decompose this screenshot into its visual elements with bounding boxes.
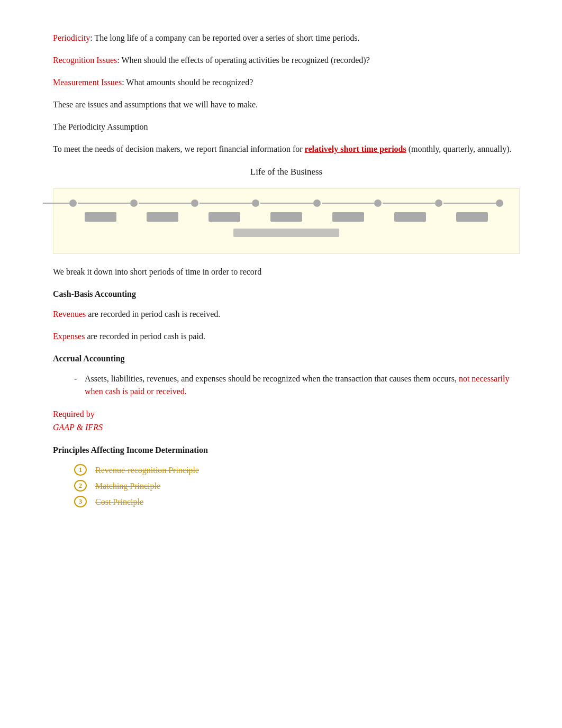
decision-makers-paragraph: To meet the needs of decision makers, we… xyxy=(53,143,520,156)
principle-label-2: Matching Principle xyxy=(95,480,160,493)
revenues-label: Revenues xyxy=(53,310,86,319)
principle-number-2: 2 xyxy=(74,480,87,492)
periodicity-label: Periodicity xyxy=(53,33,90,42)
timeline-bar-4 xyxy=(270,212,302,222)
expenses-paragraph: Expenses are recorded in period cash is … xyxy=(53,330,520,343)
bullet-normal-text: Assets, liabilities, revenues, and expen… xyxy=(85,374,459,383)
timeline-dot-8 xyxy=(496,199,503,207)
timeline-bar-2 xyxy=(147,212,178,222)
principle-item-3: 3Cost Principle xyxy=(74,496,520,508)
recognition-text: : When should the effects of operating a… xyxy=(117,56,369,65)
measurement-paragraph: Measurement Issues: What amounts should … xyxy=(53,76,520,89)
accrual-bullet-list: Assets, liabilities, revenues, and expen… xyxy=(53,372,520,398)
principle-label-3: Cost Principle xyxy=(95,496,143,508)
timeline-bars-row xyxy=(69,212,503,222)
timeline-bar-3 xyxy=(209,212,240,222)
timeline-dot-7 xyxy=(435,199,442,207)
recognition-label: Recognition Issues xyxy=(53,56,117,65)
periodicity-assumption: The Periodicity Assumption xyxy=(53,121,520,133)
principle-item-1: 1Revenue-recognition Principle xyxy=(74,464,520,477)
principle-item-2: 2Matching Principle xyxy=(74,480,520,493)
timeline-dot-6 xyxy=(374,199,382,207)
accrual-bullet-item: Assets, liabilities, revenues, and expen… xyxy=(74,372,520,398)
expenses-label: Expenses xyxy=(53,332,85,341)
timeline-dot-2 xyxy=(130,199,138,207)
principles-list: 1Revenue-recognition Principle2Matching … xyxy=(53,464,520,508)
timeline-diagram xyxy=(53,188,520,254)
required-line2: GAAP & IFRS xyxy=(53,423,103,432)
timeline-bar-6 xyxy=(394,212,426,222)
bold-phrase: relatively short time periods xyxy=(305,144,406,153)
cash-basis-heading: Cash-Basis Accounting xyxy=(53,288,520,301)
principle-label-1: Revenue-recognition Principle xyxy=(95,464,199,477)
recognition-paragraph: Recognition Issues: When should the effe… xyxy=(53,54,520,67)
timeline-bar-5 xyxy=(332,212,364,222)
decision-makers-intro: To meet the needs of decision makers, we… xyxy=(53,144,305,153)
page-content: Periodicity: The long life of a company … xyxy=(53,32,520,508)
revenues-text: are recorded in period cash is received. xyxy=(86,310,220,319)
required-block: Required by GAAP & IFRS xyxy=(53,407,520,434)
issues-line: These are issues and assumptions that we… xyxy=(53,98,520,111)
timeline-dot-4 xyxy=(252,199,259,207)
timeline-caption xyxy=(69,228,503,241)
timeline-bar-7 xyxy=(456,212,488,222)
principle-number-3: 3 xyxy=(74,496,87,507)
measurement-text: : What amounts should be recognized? xyxy=(122,78,253,87)
decision-makers-end: (monthly, quarterly, annually). xyxy=(406,144,512,153)
timeline-bar-1 xyxy=(85,212,116,222)
expenses-text: are recorded in period cash is paid. xyxy=(85,332,205,341)
timeline-caption-bar xyxy=(233,229,339,237)
break-down-text: We break it down into short periods of t… xyxy=(53,266,520,278)
timeline-dot-5 xyxy=(313,199,321,207)
timeline-dot-1 xyxy=(69,199,77,207)
periodicity-paragraph: Periodicity: The long life of a company … xyxy=(53,32,520,44)
principles-heading: Principles Affecting Income Determinatio… xyxy=(53,444,520,457)
timeline-dot-3 xyxy=(191,199,198,207)
accrual-heading: Accrual Accounting xyxy=(53,352,520,365)
revenues-paragraph: Revenues are recorded in period cash is … xyxy=(53,308,520,321)
life-of-business-title: Life of the Business xyxy=(53,165,520,179)
measurement-label: Measurement Issues xyxy=(53,78,122,87)
periodicity-text: : The long life of a company can be repo… xyxy=(90,33,359,42)
principle-number-1: 1 xyxy=(74,464,87,476)
timeline-dots-row xyxy=(69,199,503,207)
required-line1: Required by xyxy=(53,410,95,418)
